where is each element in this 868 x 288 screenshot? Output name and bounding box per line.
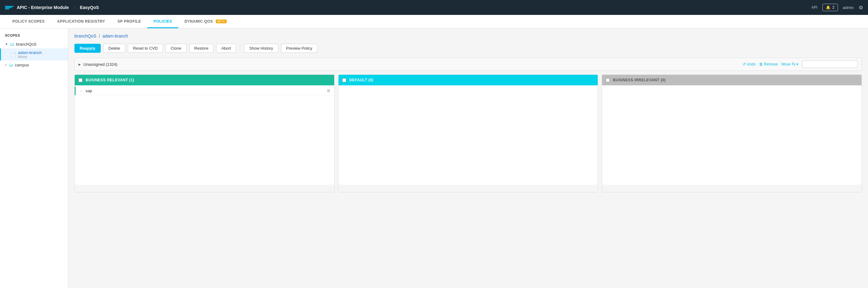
columns-container: Business Relevant (1) ☆ sap ⚙ Default (0… [74,75,862,193]
move-to-button[interactable]: Move To ▾ [781,62,798,66]
beta-badge: BETA [216,20,227,23]
col-title-business-irrelevant: Business Irrelevant (0) [613,78,665,82]
unassigned-left: ▶ Unassigned (1324) [79,62,118,67]
list-item[interactable]: ☆ sap ⚙ [75,87,334,95]
main-layout: Scopes ▼ 🗂 branchQoS 📄 adam-branch Wired… [0,29,868,288]
search-input[interactable] [802,60,858,68]
scope-label-branchQoS: branchQoS [16,42,37,47]
collapse-icon: ▼ [5,42,8,46]
column-default: Default (0) [338,75,598,193]
tab-policy-scopes[interactable]: Policy Scopes [6,16,51,28]
scope-sub-label: adam-branch [18,50,42,55]
api-label: API [812,5,817,10]
scope-label-campus: campus [15,63,29,67]
sidebar: Scopes ▼ 🗂 branchQoS 📄 adam-branch Wired… [0,29,68,288]
col-header-business-irrelevant: Business Irrelevant (0) [602,75,862,85]
unassigned-label: Unassigned (1324) [83,62,118,67]
content-area: branchQoS / adam-branch Reapply Delete R… [68,29,868,288]
tab-application-registry[interactable]: Application Registry [51,16,111,28]
action-bar: Reapply Delete Reset to CVD Clone Restor… [74,44,862,53]
breadcrumb-separator: / [99,33,100,38]
item-label: sap [86,88,327,93]
col-title-business-relevant: Business Relevant (1) [86,78,134,82]
clone-button[interactable]: Clone [165,44,187,53]
top-nav: APIC - Enterprise Module / EasyQoS API 🔔… [0,0,868,15]
col-header-default: Default (0) [339,75,598,85]
unassigned-row: ▶ Unassigned (1324) ↺ Undo 🗑 Remove Move… [74,58,862,71]
expand-triangle-icon[interactable]: ▶ [79,63,81,66]
nav-right: API 🔔 2 admin ⚙ [812,4,863,11]
breadcrumb-current: adam-branch [103,33,128,38]
col-header-business-relevant: Business Relevant (1) [75,75,334,85]
scope-sub-info: adam-branch Wired [18,50,42,59]
unassigned-right: ↺ Undo 🗑 Remove Move To ▾ [742,60,858,68]
folder-icon: 🗂 [10,41,14,47]
preview-policy-button[interactable]: Preview Policy [281,44,318,53]
notification-count: 2 [832,5,835,10]
sidebar-item-campus[interactable]: + 🗂 campus [0,60,68,69]
action-separator [240,44,240,53]
sidebar-title: Scopes [0,32,68,40]
scope-folder-icon: 📄 [11,52,16,57]
item-gear-icon[interactable]: ⚙ [327,88,331,93]
bell-icon: 🔔 [826,5,831,10]
column-business-relevant: Business Relevant (1) ☆ sap ⚙ [74,75,335,193]
restore-button[interactable]: Restore [189,44,214,53]
show-history-button[interactable]: Show History [244,44,278,53]
column-business-irrelevant: Business Irrelevant (0) [602,75,862,193]
scope-sub-type: Wired [18,55,42,59]
star-icon[interactable]: ☆ [80,88,83,93]
cisco-logo [5,6,13,9]
breadcrumb-parent[interactable]: branchQoS [74,33,96,38]
undo-icon: ↺ [742,62,746,66]
breadcrumb: branchQoS / adam-branch [74,33,862,38]
campus-folder-icon: 🗂 [9,62,13,67]
col-checkbox-business-irrelevant[interactable] [606,78,610,82]
tab-bar: Policy Scopes Application Registry SP Pr… [0,15,868,29]
remove-button[interactable]: 🗑 Remove [759,62,778,66]
app-title: APIC - Enterprise Module [17,5,69,10]
col-checkbox-business-relevant[interactable] [79,78,83,82]
settings-icon[interactable]: ⚙ [859,5,863,10]
tab-dynamic-qos[interactable]: Dynamic QoS BETA [178,16,233,28]
notifications-button[interactable]: 🔔 2 [823,4,838,11]
col-body-default [339,85,598,185]
expand-icon: + [5,63,7,67]
col-body-business-relevant: ☆ sap ⚙ [75,85,334,185]
reapply-button[interactable]: Reapply [74,44,101,53]
module-name: EasyQoS [80,5,99,10]
reset-to-cvd-button[interactable]: Reset to CVD [128,44,163,53]
col-checkbox-default[interactable] [342,78,346,82]
col-title-default: Default (0) [349,78,374,82]
delete-button[interactable]: Delete [103,44,126,53]
abort-button[interactable]: Abort [216,44,236,53]
nav-left: APIC - Enterprise Module / EasyQoS [5,5,99,10]
col-body-business-irrelevant [602,85,862,185]
undo-button[interactable]: ↺ Undo [742,62,755,66]
trash-icon: 🗑 [759,62,763,66]
sidebar-item-adam-branch[interactable]: 📄 adam-branch Wired [0,49,68,60]
tab-policies[interactable]: Policies [147,16,178,28]
nav-separator: / [74,5,75,10]
chevron-down-icon: ▾ [796,62,798,66]
sidebar-item-branchQoS[interactable]: ▼ 🗂 branchQoS [0,40,68,49]
admin-label: admin [843,5,854,10]
tab-sp-profile[interactable]: SP Profile [111,16,147,28]
